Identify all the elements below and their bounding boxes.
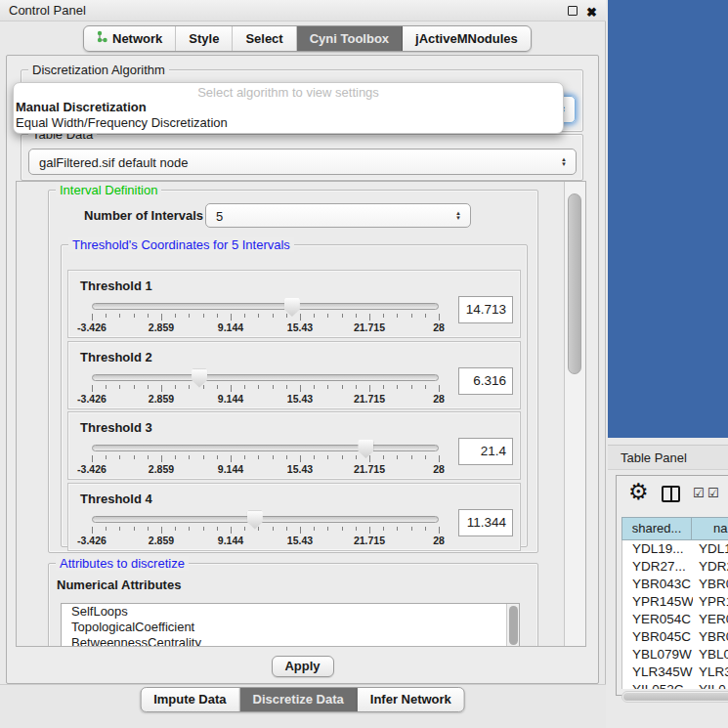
table-row[interactable]: YBL079WYBL0 (622, 646, 728, 664)
table-horizontal-scrollbar[interactable] (621, 691, 728, 703)
table-header-shared[interactable]: shared... (621, 517, 692, 540)
top-tab-bar: NetworkStyleSelectCyni ToolboxjActiveMNo… (83, 25, 532, 52)
num-intervals-label: Number of Intervals (84, 208, 203, 223)
tick-label: 9.144 (218, 463, 243, 475)
attribute-item[interactable]: BetweennessCentrality (62, 635, 519, 647)
cell-shared-name[interactable]: YPR145W (622, 593, 693, 611)
table-row[interactable]: YPR145WYPR1 (622, 593, 728, 611)
cell-name[interactable]: YDR2 (693, 558, 728, 576)
tab-label: Impute Data (153, 692, 226, 707)
discretization-algorithm-title: Discretization Algorithm (28, 63, 169, 77)
network-view-frame: GAL80GGAL11CGAL4GCY1HHAP2 (608, 0, 728, 438)
tab-cyni-toolbox[interactable]: Cyni Toolbox (297, 26, 403, 51)
cell-shared-name[interactable]: YLR345W (622, 664, 693, 681)
cell-name[interactable]: YBR0 (693, 628, 728, 646)
network-icon (97, 30, 107, 46)
table-scrollbar-thumb[interactable] (623, 693, 728, 701)
restore-icon[interactable] (568, 6, 578, 16)
table-data-combobox[interactable]: galFiltered.sif default node ▲▼ (28, 149, 577, 175)
interval-definition-group: Interval Definition Number of Intervals … (48, 190, 538, 553)
apply-button[interactable]: Apply (272, 656, 334, 677)
tab-select[interactable]: Select (233, 26, 296, 51)
algorithm-option[interactable]: Manual Discretization (16, 100, 228, 115)
threshold-value-field[interactable]: 14.713 (458, 296, 513, 323)
threshold-tick-labels: -3.4262.8599.14415.4321.71528 (92, 321, 439, 333)
table-row[interactable]: YDR27...YDR2 (622, 558, 728, 576)
numerical-attributes-list[interactable]: SelfLoopsTopologicalCoefficientBetweenne… (61, 603, 520, 647)
table-row[interactable]: YIL052CYIL0 (622, 681, 728, 689)
tick-label: 21.715 (354, 463, 385, 475)
cell-name[interactable]: YER0 (693, 611, 728, 628)
table-row[interactable]: YBR043CYBR0 (622, 576, 728, 593)
tab-discretize-data[interactable]: Discretize Data (240, 688, 358, 711)
tick-label: 15.43 (287, 535, 313, 546)
node-table: shared... na YDL19...YDL1YDR27...YDR2YBR… (621, 517, 728, 689)
cell-name[interactable]: YBR0 (693, 576, 728, 593)
checkbox-icon[interactable]: ☑ (707, 486, 719, 500)
columns-icon[interactable] (662, 486, 680, 502)
attribute-item[interactable]: TopologicalCoefficient (62, 620, 519, 635)
table-header-row: shared... na (621, 517, 728, 540)
threshold-tick-labels: -3.4262.8599.14415.4321.71528 (92, 393, 439, 405)
tab-label: Cyni Toolbox (310, 31, 389, 46)
threshold-slider-track[interactable] (92, 516, 439, 523)
threshold-slider-track[interactable] (92, 303, 439, 310)
tab-impute-data[interactable]: Impute Data (141, 688, 239, 711)
tab-network[interactable]: Network (84, 26, 176, 51)
tick-label: 2.859 (149, 393, 174, 405)
num-intervals-combobox[interactable]: 5 ▲▼ (205, 203, 471, 228)
cell-name[interactable]: YDL1 (693, 540, 728, 558)
threshold-slider-ticks (92, 455, 439, 463)
tick-label: -3.426 (77, 535, 107, 546)
cell-name[interactable]: YIL0 (693, 681, 728, 689)
table-row[interactable]: YER054CYER0 (622, 611, 728, 628)
attribute-item[interactable]: SelfLoops (62, 604, 519, 620)
cell-shared-name[interactable]: YER054C (622, 611, 693, 628)
attributes-group: Attributes to discretize Numerical Attri… (48, 563, 538, 647)
num-intervals-value: 5 (216, 208, 223, 223)
threshold-tick-labels: -3.4262.8599.14415.4321.71528 (92, 463, 439, 475)
cell-shared-name[interactable]: YBR045C (622, 628, 693, 646)
cell-shared-name[interactable]: YDL19... (622, 540, 693, 558)
table-panel-title: Table Panel (621, 450, 687, 465)
combo-arrows-icon: ▲▼ (561, 157, 567, 167)
table-data-value: galFiltered.sif default node (39, 154, 188, 169)
threshold-value-field[interactable]: 6.316 (458, 367, 513, 395)
threshold-value-field[interactable]: 11.344 (458, 509, 513, 536)
tab-style[interactable]: Style (176, 26, 233, 51)
tab-label: Discretize Data (253, 692, 344, 707)
tab-jactivemnodules[interactable]: jActiveMNodules (403, 26, 531, 51)
table-row[interactable]: YLR345WYLR3 (622, 664, 728, 681)
settings-scrollbar-thumb[interactable] (568, 193, 581, 374)
tick-label: 28 (433, 321, 445, 333)
threshold-slider-track[interactable] (92, 374, 439, 381)
cell-shared-name[interactable]: YBL079W (622, 646, 693, 664)
attributes-group-title: Attributes to discretize (56, 556, 189, 571)
cell-name[interactable]: YPR1 (693, 593, 728, 611)
checkbox-icon[interactable]: ☑ (693, 486, 705, 500)
interval-definition-title: Interval Definition (56, 183, 161, 197)
attributes-scrollbar[interactable] (506, 604, 519, 647)
threshold-slider-ticks (92, 385, 439, 393)
cell-shared-name[interactable]: YDR27... (622, 558, 693, 576)
threshold-value-field[interactable]: 21.4 (458, 438, 513, 465)
tab-infer-network[interactable]: Infer Network (358, 688, 464, 711)
settings-vertical-scrollbar[interactable] (564, 182, 585, 646)
threshold-slider-track[interactable] (92, 445, 439, 451)
cell-name[interactable]: YBL0 (693, 646, 728, 664)
tab-label: Infer Network (370, 692, 451, 707)
tick-label: 9.144 (218, 393, 243, 405)
cell-name[interactable]: YLR3 (693, 664, 728, 681)
table-header-name[interactable]: na (692, 517, 728, 540)
attributes-scrollbar-thumb[interactable] (509, 606, 518, 645)
cell-shared-name[interactable]: YIL052C (622, 681, 693, 689)
table-row[interactable]: YDL19...YDL1 (622, 540, 728, 558)
table-row[interactable]: YBR045CYBR0 (622, 628, 728, 646)
gear-icon[interactable]: ⚙ (628, 479, 649, 505)
close-icon[interactable]: ✖ (586, 2, 597, 23)
tick-label: 15.43 (287, 463, 313, 475)
algorithm-option[interactable]: Equal Width/Frequency Discretization (16, 115, 228, 131)
threshold-label: Threshold 1 (80, 278, 152, 293)
thresholds-group: Threshold's Coordinates for 5 Intervals … (61, 244, 528, 547)
cell-shared-name[interactable]: YBR043C (622, 576, 693, 593)
